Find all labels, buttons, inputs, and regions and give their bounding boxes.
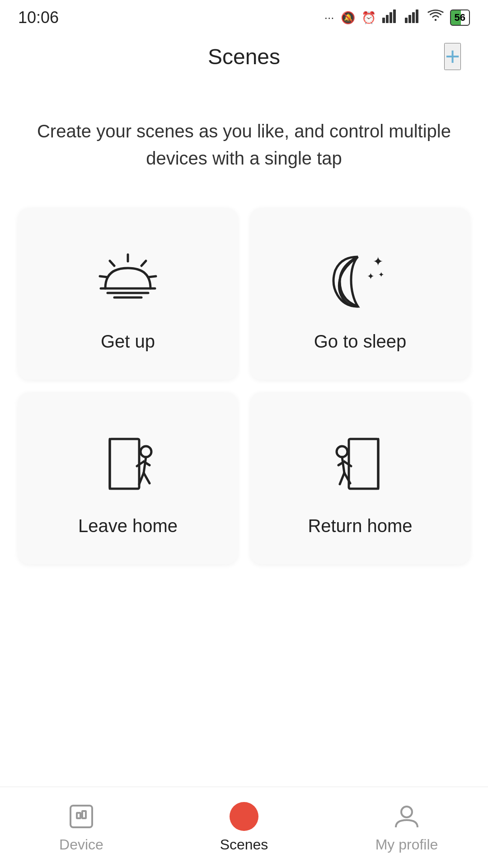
scene-card-go-to-sleep[interactable]: ✦ ✦ ✦ Go to sleep: [250, 208, 470, 380]
svg-rect-7: [416, 9, 418, 23]
scene-card-leave-home[interactable]: Leave home: [18, 392, 238, 564]
profile-icon: [392, 802, 421, 831]
svg-line-12: [141, 261, 146, 266]
header: Scenes +: [0, 32, 488, 81]
signal1-icon: [382, 9, 399, 26]
status-bar: 10:06 ··· 🔕 ⏰: [0, 0, 488, 32]
bottom-nav: Device Scenes My profile: [0, 787, 488, 868]
svg-rect-6: [412, 12, 415, 23]
battery-icon: 56: [450, 9, 470, 26]
wifi-icon: [427, 9, 444, 26]
device-icon: [67, 802, 96, 831]
svg-line-31: [340, 473, 344, 484]
svg-rect-3: [393, 9, 396, 23]
svg-rect-1: [386, 15, 389, 23]
svg-line-15: [100, 276, 108, 277]
page-title: Scenes: [208, 44, 280, 69]
svg-point-27: [337, 446, 347, 457]
scenes-grid: Get up ✦ ✦ ✦ Go to sleep: [0, 208, 488, 564]
svg-rect-5: [408, 15, 411, 23]
svg-line-21: [144, 457, 146, 473]
description-text: Create your scenes as you like, and cont…: [0, 81, 488, 208]
svg-point-20: [141, 446, 151, 457]
nav-item-scenes[interactable]: Scenes: [163, 802, 325, 853]
svg-line-25: [144, 473, 150, 483]
nav-scenes-label: Scenes: [220, 836, 268, 853]
dots-icon: ···: [324, 11, 334, 25]
status-time: 10:06: [18, 8, 59, 27]
mute-icon: 🔕: [341, 11, 355, 25]
svg-text:✦: ✦: [367, 271, 375, 281]
go-to-sleep-label: Go to sleep: [314, 331, 407, 352]
get-up-label: Get up: [101, 331, 155, 352]
sunrise-icon: [92, 241, 164, 313]
moon-icon: ✦ ✦ ✦: [324, 241, 396, 313]
svg-rect-19: [110, 439, 139, 489]
scene-card-get-up[interactable]: Get up: [18, 208, 238, 380]
add-scene-button[interactable]: +: [444, 43, 461, 70]
nav-item-device[interactable]: Device: [0, 802, 163, 853]
scene-card-return-home[interactable]: Return home: [250, 392, 470, 564]
alarm-icon: ⏰: [361, 11, 376, 25]
nav-item-my-profile[interactable]: My profile: [325, 802, 488, 853]
svg-rect-26: [349, 439, 378, 489]
svg-line-13: [110, 261, 114, 266]
status-icons: ··· 🔕 ⏰: [324, 9, 470, 26]
svg-text:✦: ✦: [378, 271, 384, 278]
svg-rect-4: [405, 18, 408, 23]
nav-profile-label: My profile: [375, 836, 438, 853]
main-content: Scenes + Create your scenes as you like,…: [0, 32, 488, 646]
svg-rect-34: [77, 813, 80, 818]
return-home-icon: [324, 425, 396, 498]
signal2-icon: [405, 9, 421, 26]
scenes-active-dot: [230, 802, 258, 831]
return-home-label: Return home: [308, 516, 412, 536]
leave-home-icon: [92, 425, 164, 498]
svg-line-14: [148, 276, 156, 277]
leave-home-label: Leave home: [78, 516, 178, 536]
svg-rect-2: [389, 12, 392, 23]
svg-rect-35: [82, 811, 86, 818]
svg-line-28: [342, 457, 344, 473]
nav-device-label: Device: [59, 836, 103, 853]
svg-point-36: [401, 807, 412, 817]
svg-text:✦: ✦: [373, 255, 383, 269]
svg-rect-0: [382, 18, 385, 23]
